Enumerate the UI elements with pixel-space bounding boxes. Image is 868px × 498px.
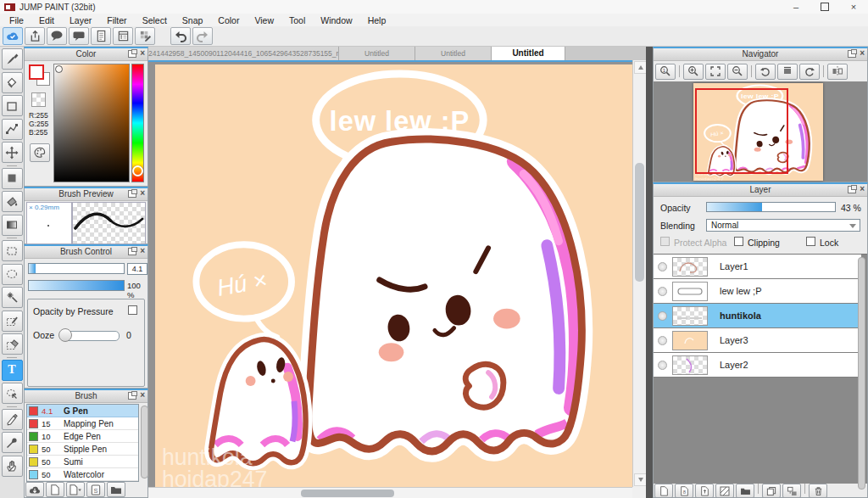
blending-select[interactable]: Normal — [706, 219, 860, 232]
layer-list-scrollbar[interactable] — [858, 257, 865, 490]
tool-magic-wand-button[interactable] — [2, 287, 23, 308]
close-icon[interactable]: × — [860, 185, 865, 193]
brush-folder-button[interactable] — [107, 482, 125, 497]
menu-file[interactable]: File — [2, 15, 31, 25]
tool-text-button[interactable]: T — [2, 360, 23, 381]
tool-brush-button[interactable] — [2, 48, 23, 70]
delete-layer-button[interactable] — [809, 484, 827, 498]
tool-bucket-button[interactable] — [2, 191, 23, 212]
menu-select[interactable]: Select — [135, 15, 175, 25]
popout-icon[interactable] — [128, 248, 136, 255]
zoom-in-button[interactable] — [683, 64, 704, 80]
layer-folder-button[interactable] — [736, 484, 754, 498]
canvas-vertical-scrollbar[interactable] — [632, 60, 646, 487]
document-button[interactable] — [91, 27, 111, 45]
layer-visibility-dot[interactable] — [658, 361, 667, 370]
import-layer-button[interactable] — [695, 484, 714, 498]
document-tab[interactable]: Untitled — [415, 47, 492, 60]
navigator-thumbnail[interactable] — [693, 83, 823, 181]
layer-row[interactable]: Layer2 — [654, 353, 861, 378]
minimize-button[interactable]: – — [782, 0, 810, 14]
menu-layer[interactable]: Layer — [62, 15, 99, 25]
tool-eraser-button[interactable] — [2, 72, 23, 93]
add-brush-button[interactable] — [46, 482, 64, 497]
palette-button[interactable] — [30, 143, 50, 162]
canvas-image[interactable] — [155, 64, 632, 487]
download-brush-button[interactable] — [25, 482, 44, 497]
close-icon[interactable]: × — [140, 189, 145, 198]
tool-fill-rect-button[interactable] — [2, 168, 23, 189]
brush-list-scrollbar[interactable] — [141, 406, 148, 478]
menu-window[interactable]: Window — [313, 15, 359, 25]
popout-icon[interactable] — [128, 50, 136, 58]
tool-hand-button[interactable] — [2, 456, 23, 477]
saturation-value-picker[interactable] — [53, 64, 130, 182]
tool-gradient-button[interactable] — [2, 215, 23, 236]
tool-lasso-button[interactable] — [2, 264, 23, 285]
close-icon[interactable]: × — [140, 391, 145, 400]
panel-splitter[interactable] — [646, 47, 653, 498]
brush-row[interactable]: 50Watercolor — [27, 468, 138, 481]
tool-select-pen-button[interactable] — [2, 311, 23, 332]
brush-opacity-slider[interactable] — [28, 280, 125, 291]
transparent-color-swatch[interactable] — [31, 92, 46, 107]
publish-button[interactable] — [25, 27, 45, 45]
brush-row[interactable]: 4.1G Pen — [27, 405, 138, 417]
tool-eyedropper-button[interactable] — [2, 432, 23, 453]
document-tab[interactable]: 241442958_1450090112044416_1065429643528… — [148, 47, 339, 60]
brush-row[interactable]: 50Sumi — [27, 456, 138, 468]
document-tab-active[interactable]: Untitled — [492, 47, 565, 60]
rotate-cw-button[interactable] — [799, 64, 820, 80]
popout-icon[interactable] — [848, 50, 856, 58]
undo-button[interactable] — [170, 27, 191, 45]
script-brush-button[interactable]: S — [86, 482, 105, 497]
rotate-reset-button[interactable] — [777, 64, 798, 80]
brush-row[interactable]: 15Mapping Pen — [27, 417, 138, 430]
redo-button[interactable] — [192, 27, 213, 45]
tool-polyline-button[interactable] — [2, 119, 23, 140]
add-layer-button[interactable] — [654, 484, 673, 498]
brush-size-slider[interactable] — [28, 263, 125, 274]
horizontal-scroll-thumb[interactable] — [301, 490, 394, 497]
clipping-checkbox[interactable] — [734, 237, 743, 246]
navigator-view-rect[interactable] — [695, 88, 788, 174]
popout-icon[interactable] — [128, 190, 136, 198]
tool-shape-button[interactable] — [2, 95, 23, 116]
vertical-scroll-thumb[interactable] — [635, 163, 644, 282]
ooze-slider-thumb[interactable] — [58, 328, 72, 342]
close-icon[interactable]: × — [140, 247, 145, 255]
halftone-layer-button[interactable] — [715, 484, 734, 498]
layer-opacity-slider[interactable] — [706, 202, 836, 212]
scroll-down-button[interactable] — [634, 473, 647, 486]
layer-visibility-dot[interactable] — [658, 311, 667, 321]
canvas-viewport[interactable] — [148, 60, 632, 487]
cloud-sync-button[interactable] — [3, 27, 23, 45]
hue-bar[interactable] — [131, 64, 144, 182]
layer-row[interactable]: Layer3 — [654, 328, 861, 353]
layer-visibility-dot[interactable] — [658, 336, 667, 345]
add-brush-menu-button[interactable] — [66, 482, 85, 497]
layer-row[interactable]: lew lew ;P — [654, 279, 861, 304]
comment-balloon-button[interactable] — [47, 27, 67, 45]
maximize-button[interactable] — [810, 0, 839, 14]
layer-row[interactable]: Layer1 — [654, 255, 861, 279]
material-edit-button[interactable] — [135, 27, 155, 45]
message-bubble-button[interactable] — [69, 27, 89, 45]
tool-select-rect-button[interactable] — [2, 240, 23, 261]
lock-checkbox[interactable] — [806, 237, 815, 246]
tool-select-eraser-button[interactable] — [2, 333, 23, 355]
tool-pen-eraser-button[interactable] — [2, 409, 23, 430]
document-tab[interactable]: Untitled — [339, 47, 415, 60]
zoom-actual-button[interactable]: 1 — [655, 64, 676, 80]
close-button[interactable]: × — [839, 0, 868, 14]
popout-icon[interactable] — [848, 186, 856, 193]
zoom-out-button[interactable] — [727, 64, 748, 80]
menu-color[interactable]: Color — [210, 15, 247, 25]
menu-edit[interactable]: Edit — [31, 15, 62, 25]
popout-icon[interactable] — [128, 392, 136, 400]
tool-move-button[interactable] — [2, 142, 23, 163]
fit-window-button[interactable] — [705, 64, 726, 80]
brush-row[interactable]: 10Edge Pen — [27, 430, 138, 443]
foreground-color-swatch[interactable] — [29, 64, 44, 80]
menu-filter[interactable]: Filter — [99, 15, 134, 25]
